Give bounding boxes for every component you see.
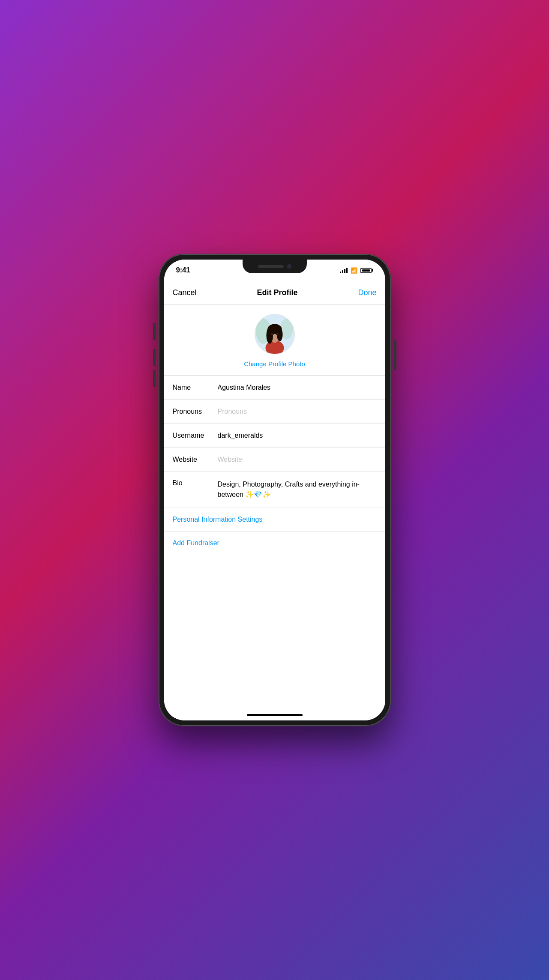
change-photo-button[interactable]: Change Profile Photo	[244, 360, 305, 368]
bio-row: Bio Design, Photography, Crafts and ever…	[164, 472, 385, 508]
pronouns-row: Pronouns	[164, 400, 385, 424]
cancel-button[interactable]: Cancel	[173, 288, 197, 297]
name-input[interactable]	[218, 384, 377, 391]
notch-camera	[287, 264, 291, 269]
personal-info-settings-link[interactable]: Personal Information Settings	[173, 516, 263, 523]
name-label: Name	[173, 384, 218, 391]
username-row: Username	[164, 424, 385, 448]
pronouns-label: Pronouns	[173, 408, 218, 415]
phone-screen: 9:41 📶 Cancel Edit Profi	[164, 260, 385, 720]
svg-rect-13	[270, 333, 274, 335]
page-title: Edit Profile	[257, 288, 297, 297]
home-bar	[247, 714, 303, 716]
notch	[243, 260, 307, 273]
notch-speaker	[258, 265, 284, 268]
name-row: Name	[164, 376, 385, 400]
status-time: 9:41	[176, 266, 190, 275]
home-indicator	[164, 702, 385, 720]
svg-point-10	[268, 325, 281, 332]
photo-section: Change Profile Photo	[164, 305, 385, 376]
signal-icon	[340, 267, 348, 273]
website-label: Website	[173, 456, 218, 463]
pronouns-input[interactable]	[218, 408, 377, 415]
add-fundraiser-row: Add Fundraiser	[164, 532, 385, 555]
battery-icon	[360, 268, 373, 273]
personal-info-row: Personal Information Settings	[164, 508, 385, 532]
form-section: Name Pronouns Username Website	[164, 376, 385, 508]
phone-device: 9:41 📶 Cancel Edit Profi	[159, 254, 390, 726]
website-input[interactable]	[218, 456, 377, 463]
status-icons: 📶	[340, 267, 373, 274]
bio-input[interactable]: Design, Photography, Crafts and everythi…	[218, 479, 377, 501]
avatar[interactable]	[255, 314, 295, 354]
website-row: Website	[164, 448, 385, 472]
nav-bar: Cancel Edit Profile Done	[164, 281, 385, 305]
content-area: Change Profile Photo Name Pronouns Usern…	[164, 305, 385, 702]
username-input[interactable]	[218, 432, 377, 439]
status-bar: 9:41 📶	[164, 260, 385, 281]
wifi-icon: 📶	[351, 267, 357, 274]
done-button[interactable]: Done	[358, 288, 376, 297]
add-fundraiser-link[interactable]: Add Fundraiser	[173, 539, 219, 547]
bio-label: Bio	[173, 479, 218, 487]
username-label: Username	[173, 432, 218, 439]
svg-rect-14	[275, 333, 279, 335]
